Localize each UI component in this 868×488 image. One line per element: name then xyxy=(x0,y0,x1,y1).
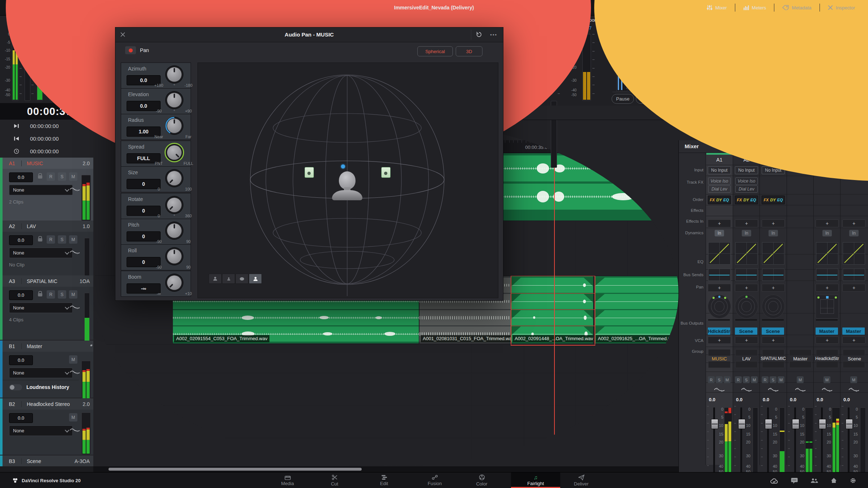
eq-graph[interactable] xyxy=(708,269,731,281)
solo-button[interactable]: S xyxy=(58,235,66,244)
chat-icon[interactable] xyxy=(791,478,798,484)
mixer-strip-a1[interactable]: A1 No Input Voice Iso Dial Lev FXDYEQ + … xyxy=(706,153,733,465)
pan-display[interactable] xyxy=(708,295,731,318)
effects-in-button[interactable]: In xyxy=(849,230,859,236)
elevation-control[interactable]: Elevation 0.0 -90°+90 xyxy=(121,88,191,114)
order-badge[interactable]: FXDYEQ xyxy=(708,196,731,204)
elevation-knob[interactable] xyxy=(167,93,182,107)
add-bus-send-button[interactable]: + xyxy=(735,284,758,292)
add-bus-output-button[interactable]: + xyxy=(842,337,865,344)
pan-display[interactable] xyxy=(762,295,785,318)
solo-button[interactable]: S xyxy=(716,376,723,383)
solo-button[interactable]: S xyxy=(58,290,66,299)
roll-control[interactable]: Roll 0 -9090 xyxy=(121,244,191,270)
effects-dropdown[interactable]: None xyxy=(9,303,73,313)
track-gain[interactable]: 0.0 xyxy=(9,235,33,245)
pan-display[interactable] xyxy=(735,295,758,318)
fader-track[interactable] xyxy=(740,407,742,475)
page-fusion[interactable]: Fusion xyxy=(417,472,453,488)
home-icon[interactable] xyxy=(831,478,837,483)
page-cut[interactable]: Cut xyxy=(316,472,353,488)
pan-position-dot[interactable] xyxy=(341,164,345,168)
pan-display[interactable] xyxy=(816,295,839,318)
mode-3d-button[interactable]: 3D xyxy=(456,46,482,56)
mute-button[interactable]: M xyxy=(778,376,784,383)
loudness-history-toggle[interactable] xyxy=(9,384,22,390)
effects-dropdown[interactable]: None xyxy=(9,185,73,195)
automation-icon[interactable] xyxy=(795,387,806,393)
effects-dropdown[interactable]: None xyxy=(9,425,73,436)
bus-output-badge[interactable]: Scene xyxy=(735,328,757,335)
dialog-titlebar[interactable]: Audio Pan - MUSIC ••• xyxy=(115,27,503,42)
fader-track[interactable] xyxy=(821,407,823,475)
timeline-hscroll-thumb[interactable] xyxy=(109,468,362,471)
add-effect-button[interactable]: + xyxy=(762,219,785,227)
mode-spherical-button[interactable]: Spherical xyxy=(417,46,453,56)
add-bus-output-button[interactable]: + xyxy=(735,337,758,344)
fader-value[interactable]: 0.0 xyxy=(709,397,715,402)
mute-button[interactable]: M xyxy=(724,376,731,383)
azimuth-control[interactable]: Azimuth 0.0 +180°-180 xyxy=(121,63,191,88)
record-arm-button[interactable]: R xyxy=(47,235,55,244)
pan-enable-toggle[interactable] xyxy=(125,46,136,54)
mixer-strip-bus2[interactable]: Bus2 + In + Master + HeadlckdStr M xyxy=(813,153,841,465)
automation-icon[interactable] xyxy=(70,187,80,192)
speaker-left-object[interactable] xyxy=(305,167,314,178)
cloud-sync-icon[interactable] xyxy=(770,478,778,484)
pitch-control[interactable]: Pitch 0 -9090 xyxy=(121,219,191,244)
automation-icon[interactable] xyxy=(70,428,80,433)
add-effect-button[interactable]: + xyxy=(816,219,839,227)
pitch-knob[interactable] xyxy=(167,223,182,238)
track-a2[interactable]: A2 LAV 1.0 0.0 R S M None No Clip xyxy=(0,221,93,275)
bus-output-badge[interactable]: Scene xyxy=(762,328,784,335)
automation-icon[interactable] xyxy=(768,387,779,393)
eq-graph[interactable] xyxy=(762,269,784,281)
timeline-hscroll-track[interactable] xyxy=(93,466,678,472)
metadata-button[interactable]: Metadata xyxy=(774,0,819,15)
radius-control[interactable]: Radius 1.00 NearFar xyxy=(121,114,191,140)
mixer-strip-apple[interactable]: Master M 0.0 05101520304050 xyxy=(787,153,814,465)
automation-icon[interactable] xyxy=(70,370,80,375)
add-bus-send-button[interactable]: + xyxy=(762,284,785,292)
mute-button[interactable]: M xyxy=(69,355,77,364)
mixer-strip-bus3[interactable]: Bus3 + In + Master + Scene M 0.0 0510152… xyxy=(840,153,868,465)
collaboration-icon[interactable] xyxy=(810,478,818,483)
lock-icon[interactable] xyxy=(38,293,42,296)
trackfx-diallev[interactable]: Dial Lev xyxy=(708,185,731,193)
fader-value[interactable]: 0.0 xyxy=(843,397,850,402)
settings-gear-icon[interactable] xyxy=(850,478,856,484)
mute-button[interactable]: M xyxy=(69,235,77,244)
fader-track[interactable] xyxy=(713,407,715,475)
bus-output-badge[interactable]: Master xyxy=(842,328,865,335)
record-arm-button[interactable]: R xyxy=(735,376,742,383)
add-bus-send-button[interactable]: + xyxy=(842,284,865,292)
add-effect-button[interactable]: + xyxy=(842,219,865,227)
view-top-button[interactable] xyxy=(235,274,248,284)
add-bus-output-button[interactable]: + xyxy=(762,337,785,344)
effects-dropdown[interactable]: None xyxy=(9,368,73,378)
solo-button[interactable]: S xyxy=(743,376,750,383)
solo-button[interactable]: S xyxy=(770,376,776,383)
fader-value[interactable]: 0.0 xyxy=(763,397,769,402)
fader-value[interactable]: 0.0 xyxy=(817,397,823,402)
add-bus-send-button[interactable]: + xyxy=(816,284,839,292)
rotate-knob[interactable] xyxy=(167,198,182,212)
mute-button[interactable]: M xyxy=(824,376,830,383)
fader-value[interactable]: 0.0 xyxy=(790,397,796,402)
rotate-control[interactable]: Rotate 0 0°360 xyxy=(121,193,191,219)
page-color[interactable]: Color xyxy=(464,472,500,488)
automation-icon[interactable] xyxy=(741,387,752,393)
mute-button[interactable]: M xyxy=(797,376,804,383)
effects-in-button[interactable]: In xyxy=(742,230,751,236)
spread-control[interactable]: Spread FULL PNTFULL xyxy=(121,141,191,166)
spread-knob[interactable] xyxy=(167,145,182,160)
page-deliver[interactable]: Deliver xyxy=(563,472,599,488)
page-edit[interactable]: Edit xyxy=(366,472,402,488)
trackfx-diallev[interactable]: Dial Lev xyxy=(735,185,758,193)
add-effect-button[interactable]: + xyxy=(735,219,758,227)
automation-icon[interactable] xyxy=(848,387,859,393)
playhead[interactable] xyxy=(554,142,555,466)
track-gain[interactable]: 0.0 xyxy=(9,413,33,423)
size-control[interactable]: Size 0 0100 xyxy=(121,166,191,192)
mute-button[interactable]: M xyxy=(751,376,758,383)
